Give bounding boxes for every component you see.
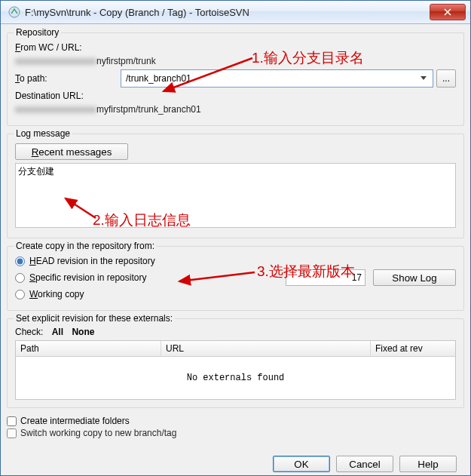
specific-revision-label: Specific revision in repository xyxy=(29,272,146,283)
ok-button[interactable]: OK xyxy=(273,456,330,472)
recent-messages-button[interactable]: Recent messages xyxy=(15,143,128,160)
dialog-window: F:\mySvn\trunk - Copy (Branch / Tag) - T… xyxy=(0,0,471,476)
title-bar[interactable]: F:\mySvn\trunk - Copy (Branch / Tag) - T… xyxy=(1,1,470,24)
check-label: Check: xyxy=(15,327,43,337)
table-header: Path URL Fixed at rev xyxy=(16,341,455,357)
revision-number-input[interactable] xyxy=(286,269,365,286)
col-url[interactable]: URL xyxy=(161,341,371,356)
to-path-combobox[interactable] xyxy=(121,69,433,88)
from-wc-url-obscured: xxxxxxxxxxxxxxxxxx xyxy=(15,56,96,66)
client-area: Repository From WC / URL: xxxxxxxxxxxxxx… xyxy=(7,28,464,475)
dropdown-icon[interactable] xyxy=(417,70,430,87)
log-message-textarea[interactable]: 分支创建 xyxy=(15,163,456,228)
to-path-label: To path: xyxy=(15,73,121,84)
destination-url-tail: myfirstpm/trunk_branch01 xyxy=(96,104,201,115)
ellipsis-icon: ... xyxy=(442,73,450,84)
repository-group: Repository From WC / URL: xxxxxxxxxxxxxx… xyxy=(7,32,464,126)
destination-url-obscured: xxxxxxxxxxxxxxxxxx xyxy=(15,104,96,115)
col-fixed[interactable]: Fixed at rev xyxy=(371,341,455,356)
intermediate-folders-checkbox[interactable] xyxy=(7,416,17,426)
head-revision-radio[interactable] xyxy=(15,256,25,266)
externals-group: Set explicit revision for these external… xyxy=(7,318,464,408)
table-body-empty: No externals found xyxy=(16,357,455,399)
switch-wc-checkbox[interactable] xyxy=(7,428,17,438)
cancel-button[interactable]: Cancel xyxy=(336,456,393,472)
specific-revision-radio[interactable] xyxy=(15,273,25,283)
externals-table: Path URL Fixed at rev No externals found xyxy=(15,340,456,400)
check-all-link[interactable]: All xyxy=(52,327,63,337)
head-revision-label: HEAD revision in the repository xyxy=(29,256,155,266)
col-path[interactable]: Path xyxy=(16,341,161,356)
browse-button[interactable]: ... xyxy=(436,69,456,88)
help-button[interactable]: Help xyxy=(399,456,457,472)
log-message-group: Log message Recent messages 分支创建 xyxy=(7,134,464,238)
app-icon xyxy=(8,6,20,18)
from-wc-label: From WC / URL: xyxy=(15,42,121,53)
to-path-input[interactable] xyxy=(124,72,417,84)
window-title: F:\mySvn\trunk - Copy (Branch / Tag) - T… xyxy=(25,7,430,18)
dialog-buttons: OK Cancel Help xyxy=(273,456,457,472)
bottom-options: Create intermediate folders Switch worki… xyxy=(7,416,464,438)
repository-legend: Repository xyxy=(14,27,61,38)
switch-wc-label: Switch working copy to new branch/tag xyxy=(20,428,176,438)
intermediate-folders-label: Create intermediate folders xyxy=(20,416,130,426)
destination-url-label: Destination URL: xyxy=(15,91,84,101)
show-log-button[interactable]: Show Log xyxy=(373,269,456,286)
externals-legend: Set explicit revision for these external… xyxy=(14,313,175,324)
from-wc-url-tail: nyfirstpm/trunk xyxy=(96,56,156,66)
create-copy-group: Create copy in the repository from: HEAD… xyxy=(7,246,464,311)
log-message-legend: Log message xyxy=(14,128,72,139)
create-copy-legend: Create copy in the repository from: xyxy=(14,241,157,251)
check-none-link[interactable]: None xyxy=(72,327,94,337)
working-copy-label: Working copy xyxy=(29,289,84,299)
close-button[interactable] xyxy=(430,4,466,20)
working-copy-radio[interactable] xyxy=(15,290,25,299)
externals-check-row: Check: All None xyxy=(15,327,456,337)
